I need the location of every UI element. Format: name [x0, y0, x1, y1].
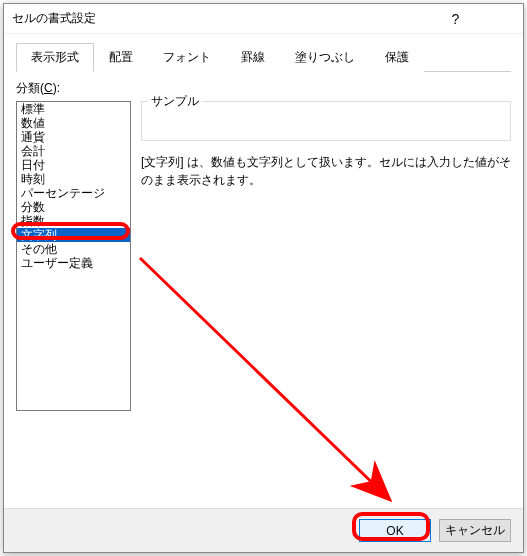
main-area: 標準数値通貨会計日付時刻パーセンテージ分数指数文字列その他ユーザー定義 サンプル… [16, 101, 511, 508]
category-item[interactable]: パーセンテージ [17, 186, 130, 200]
category-item[interactable]: 分数 [17, 200, 130, 214]
category-item[interactable]: その他 [17, 242, 130, 256]
window-title: セルの書式設定 [12, 10, 433, 27]
tab-5[interactable]: 保護 [370, 43, 424, 72]
category-item[interactable]: 会計 [17, 144, 130, 158]
tab-0[interactable]: 表示形式 [16, 43, 94, 72]
cancel-button[interactable]: キャンセル [439, 519, 511, 542]
ok-button[interactable]: OK [359, 519, 431, 542]
number-format-panel: 分類(C): 標準数値通貨会計日付時刻パーセンテージ分数指数文字列その他ユーザー… [16, 80, 511, 508]
help-button[interactable] [433, 4, 478, 34]
format-detail-pane: サンプル [文字列] は、数値も文字列として扱います。セルには入力した値がそのま… [141, 101, 511, 508]
category-item[interactable]: 文字列 [17, 228, 130, 242]
category-item[interactable]: 日付 [17, 158, 130, 172]
tab-2[interactable]: フォント [148, 43, 226, 72]
category-item[interactable]: 数値 [17, 116, 130, 130]
category-listbox[interactable]: 標準数値通貨会計日付時刻パーセンテージ分数指数文字列その他ユーザー定義 [16, 101, 131, 411]
category-item[interactable]: 通貨 [17, 130, 130, 144]
category-item[interactable]: ユーザー定義 [17, 256, 130, 270]
dialog-content: 表示形式配置フォント罫線塗りつぶし保護 分類(C): 標準数値通貨会計日付時刻パ… [4, 34, 523, 508]
tab-strip: 表示形式配置フォント罫線塗りつぶし保護 [16, 42, 511, 72]
close-button[interactable] [478, 4, 523, 34]
sample-group: サンプル [141, 101, 511, 141]
category-item[interactable]: 指数 [17, 214, 130, 228]
sample-label: サンプル [148, 93, 202, 110]
tab-1[interactable]: 配置 [94, 43, 148, 72]
category-label: 分類(C): [16, 80, 511, 97]
category-item[interactable]: 時刻 [17, 172, 130, 186]
category-item[interactable]: 標準 [17, 102, 130, 116]
tab-4[interactable]: 塗りつぶし [280, 43, 370, 72]
dialog-footer: OK キャンセル [4, 508, 523, 552]
format-description: [文字列] は、数値も文字列として扱います。セルには入力した値がそのまま表示され… [141, 153, 511, 189]
format-cells-dialog: セルの書式設定 表示形式配置フォント罫線塗りつぶし保護 分類(C): 標準数値通… [3, 3, 524, 553]
help-icon [452, 11, 460, 27]
tab-3[interactable]: 罫線 [226, 43, 280, 72]
titlebar: セルの書式設定 [4, 4, 523, 34]
